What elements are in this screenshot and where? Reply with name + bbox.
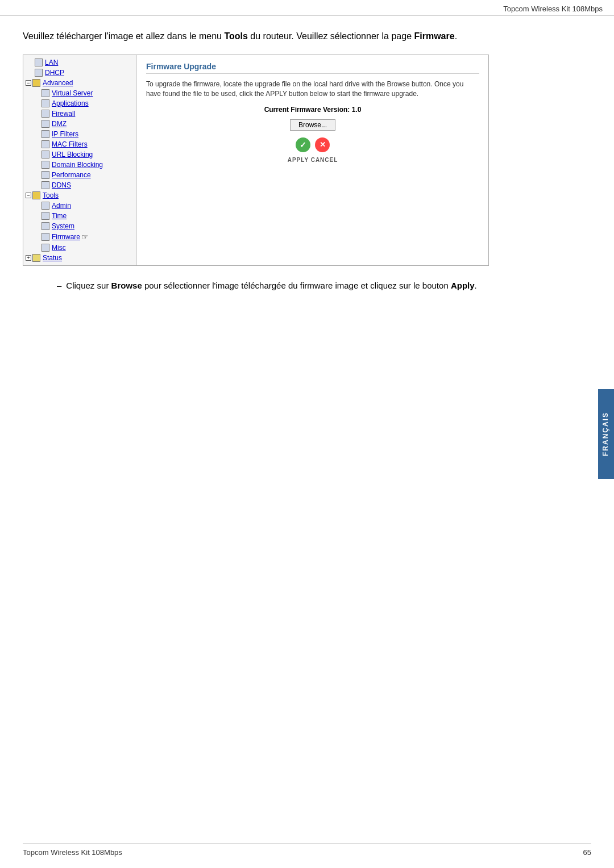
nav-item-ip-filters[interactable]: IP Filters: [23, 129, 136, 139]
firmware-panel: Firmware Upgrade To upgrade the firmware…: [137, 55, 488, 265]
nav-item-advanced[interactable]: − Advanced: [23, 78, 136, 88]
bullet-browse-bold: Browse: [111, 281, 142, 290]
nav-folder-tools: [32, 191, 40, 199]
apply-cancel-row: [146, 137, 479, 152]
nav-link-dmz[interactable]: DMZ: [52, 120, 67, 128]
nav-item-tools[interactable]: − Tools: [23, 190, 136, 201]
nav-link-tools[interactable]: Tools: [43, 191, 59, 199]
footer-left: Topcom Wireless Kit 108Mbps: [23, 848, 122, 857]
nav-item-system[interactable]: System: [23, 221, 136, 231]
footer-right: 65: [583, 848, 591, 857]
main-content: Veuillez télécharger l'image et allez da…: [0, 16, 614, 318]
nav-link-lan[interactable]: LAN: [45, 59, 58, 66]
nav-item-time[interactable]: Time: [23, 211, 136, 221]
screenshot-box: LAN DHCP − Advanced Virtual Server Appli…: [23, 55, 489, 266]
nav-icon-applications: [42, 99, 49, 107]
firmware-version: Current Firmware Version: 1.0: [146, 106, 479, 114]
nav-folder-status: [32, 254, 40, 262]
nav-item-firewall[interactable]: Firewall: [23, 108, 136, 119]
nav-link-dhcp[interactable]: DHCP: [45, 69, 64, 77]
side-tab-label: FRANÇAIS: [601, 412, 609, 456]
nav-item-mac-filters[interactable]: MAC Filters: [23, 139, 136, 149]
nav-link-ddns[interactable]: DDNS: [52, 181, 71, 189]
intro-paragraph: Veuillez télécharger l'image et allez da…: [23, 30, 591, 43]
nav-group-icon-tools: −: [26, 193, 31, 198]
bullet-item: – Cliquez sur Browse pour sélectionner l…: [57, 279, 591, 293]
nav-link-advanced[interactable]: Advanced: [43, 79, 73, 87]
nav-item-ddns[interactable]: DDNS: [23, 180, 136, 190]
nav-icon-dhcp: [35, 69, 43, 77]
nav-link-firmware[interactable]: Firmware: [52, 233, 80, 241]
panel-description: To upgrade the firmware, locate the upgr…: [146, 80, 479, 99]
nav-item-url-blocking[interactable]: URL Blocking: [23, 149, 136, 160]
intro-tools-bold: Tools: [224, 31, 247, 41]
nav-icon-domain-blocking: [42, 161, 49, 169]
nav-icon-ip-filters: [42, 130, 49, 138]
nav-icon-url-blocking: [42, 151, 49, 158]
nav-icon-lan: [35, 59, 43, 66]
bullet-text-2: pour sélectionner l'image téléchargée du…: [142, 281, 451, 290]
nav-folder-advanced: [32, 79, 40, 87]
apply-cancel-label: APPLY CANCEL: [146, 157, 479, 163]
nav-icon-mac-filters: [42, 140, 49, 148]
nav-link-mac-filters[interactable]: MAC Filters: [52, 140, 88, 148]
bullet-text-3: .: [475, 281, 477, 290]
nav-link-firewall[interactable]: Firewall: [52, 110, 75, 118]
nav-icon-admin: [42, 202, 49, 210]
nav-icon-firewall: [42, 110, 49, 118]
nav-item-misc[interactable]: Misc: [23, 243, 136, 253]
nav-link-misc[interactable]: Misc: [52, 244, 66, 252]
nav-icon-firmware: [42, 233, 49, 241]
bullet-dash: –: [57, 279, 61, 293]
nav-icon-time: [42, 212, 49, 220]
browse-row: Browse...: [146, 119, 479, 131]
nav-item-dmz[interactable]: DMZ: [23, 119, 136, 129]
nav-icon-performance: [42, 171, 49, 179]
nav-icon-dmz: [42, 120, 49, 128]
intro-firmware-bold: Firmware: [414, 31, 455, 41]
cursor-indicator: ☞: [81, 232, 89, 241]
nav-link-system[interactable]: System: [52, 222, 74, 230]
nav-group-icon-status: +: [26, 255, 31, 261]
nav-icon-ddns: [42, 181, 49, 189]
nav-item-domain-blocking[interactable]: Domain Blocking: [23, 160, 136, 170]
apply-icon[interactable]: [296, 137, 310, 152]
sidebar-nav: LAN DHCP − Advanced Virtual Server Appli…: [23, 55, 137, 265]
nav-link-ip-filters[interactable]: IP Filters: [52, 130, 78, 138]
intro-text-2: du routeur. Veuillez sélectionner la pag…: [248, 31, 414, 41]
nav-icon-virtual-server: [42, 89, 49, 97]
nav-icon-misc: [42, 244, 49, 252]
nav-link-status[interactable]: Status: [43, 254, 62, 262]
panel-title: Firmware Upgrade: [146, 62, 479, 74]
nav-group-icon-advanced: −: [26, 80, 31, 86]
browse-button[interactable]: Browse...: [290, 119, 335, 131]
bullet-text: Cliquez sur Browse pour sélectionner l'i…: [66, 279, 476, 293]
nav-item-admin[interactable]: Admin: [23, 201, 136, 211]
nav-item-applications[interactable]: Applications: [23, 98, 136, 108]
nav-item-firmware[interactable]: Firmware ☞: [23, 231, 136, 243]
nav-icon-system: [42, 222, 49, 230]
nav-link-domain-blocking[interactable]: Domain Blocking: [52, 161, 103, 169]
nav-link-admin[interactable]: Admin: [52, 202, 71, 210]
cancel-icon[interactable]: [315, 137, 330, 152]
intro-text-1: Veuillez télécharger l'image et allez da…: [23, 31, 224, 41]
nav-item-status[interactable]: + Status: [23, 253, 136, 263]
side-tab: FRANÇAIS: [598, 389, 614, 479]
nav-link-applications[interactable]: Applications: [52, 99, 89, 107]
bullet-apply-bold: Apply: [451, 281, 475, 290]
nav-link-time[interactable]: Time: [52, 212, 67, 220]
intro-text-3: .: [455, 31, 457, 41]
nav-item-performance[interactable]: Performance: [23, 170, 136, 180]
nav-item-lan[interactable]: LAN: [23, 57, 136, 68]
page-footer: Topcom Wireless Kit 108Mbps 65: [23, 843, 591, 857]
nav-item-dhcp[interactable]: DHCP: [23, 68, 136, 78]
nav-link-url-blocking[interactable]: URL Blocking: [52, 151, 93, 158]
header-title: Topcom Wireless Kit 108Mbps: [503, 5, 603, 13]
bullet-text-1: Cliquez sur: [66, 281, 111, 290]
nav-item-virtual-server[interactable]: Virtual Server: [23, 88, 136, 98]
nav-link-virtual-server[interactable]: Virtual Server: [52, 89, 93, 97]
page-header: Topcom Wireless Kit 108Mbps: [0, 0, 614, 16]
bullet-section: – Cliquez sur Browse pour sélectionner l…: [23, 279, 591, 293]
nav-link-performance[interactable]: Performance: [52, 171, 91, 179]
